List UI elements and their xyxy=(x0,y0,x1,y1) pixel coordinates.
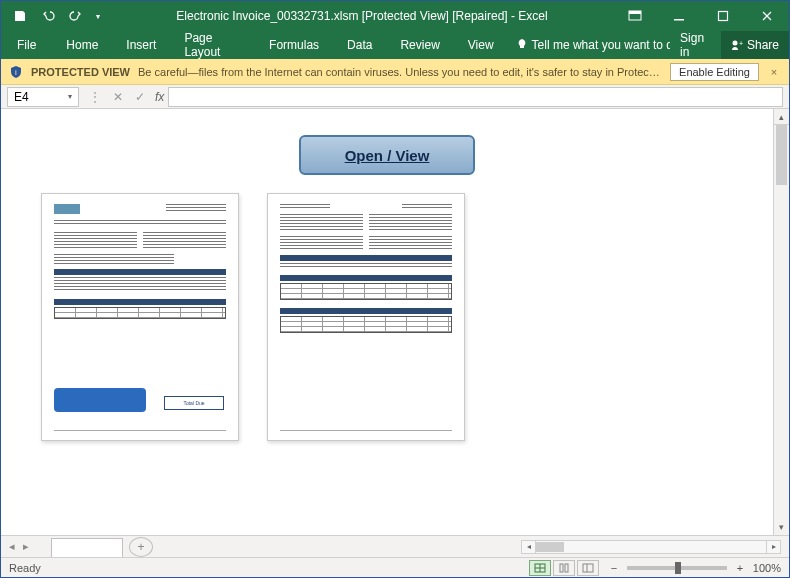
tab-page-layout[interactable]: Page Layout xyxy=(170,31,255,59)
share-icon: + xyxy=(731,39,743,51)
tab-file[interactable]: File xyxy=(1,31,52,59)
tab-data[interactable]: Data xyxy=(333,31,386,59)
enable-editing-button[interactable]: Enable Editing xyxy=(670,63,759,81)
undo-icon[interactable] xyxy=(35,3,61,29)
quick-access-toolbar: ▾ xyxy=(1,3,111,29)
invoice-logo-icon xyxy=(54,204,80,214)
document-preview-row: Total Due xyxy=(29,193,745,441)
cancel-formula-icon[interactable]: ✕ xyxy=(107,90,129,104)
svg-rect-10 xyxy=(560,564,563,572)
page-break-view-icon[interactable] xyxy=(577,560,599,576)
redo-icon[interactable] xyxy=(63,3,89,29)
name-box-value: E4 xyxy=(14,90,29,104)
formula-input[interactable] xyxy=(168,87,783,107)
zoom-slider[interactable] xyxy=(627,566,727,570)
tab-insert[interactable]: Insert xyxy=(112,31,170,59)
protected-view-bar: i PROTECTED VIEW Be careful—files from t… xyxy=(1,59,789,85)
tab-view[interactable]: View xyxy=(454,31,508,59)
tab-formulas[interactable]: Formulas xyxy=(255,31,333,59)
zoom-out-button[interactable]: − xyxy=(607,562,621,574)
zoom-in-button[interactable]: + xyxy=(733,562,747,574)
protected-view-message: Be careful—files from the Internet can c… xyxy=(138,66,662,78)
ribbon-tabs: File Home Insert Page Layout Formulas Da… xyxy=(1,31,789,59)
zoom-slider-thumb[interactable] xyxy=(675,562,681,574)
zoom-controls: − + 100% xyxy=(607,562,781,574)
invoice-callout-box xyxy=(54,388,146,412)
svg-rect-3 xyxy=(719,12,728,21)
status-ready: Ready xyxy=(9,562,41,574)
svg-rect-1 xyxy=(629,11,641,14)
status-bar: Ready − + 100% xyxy=(1,557,789,577)
fx-icon[interactable]: fx xyxy=(151,90,168,104)
svg-text:i: i xyxy=(15,68,17,77)
new-sheet-button[interactable]: + xyxy=(129,537,153,557)
save-icon[interactable] xyxy=(7,3,33,29)
close-icon[interactable] xyxy=(745,1,789,31)
svg-rect-12 xyxy=(583,564,593,572)
svg-text:+: + xyxy=(739,40,743,47)
name-box[interactable]: E4 ▾ xyxy=(7,87,79,107)
name-box-dropdown-icon[interactable]: ▾ xyxy=(68,92,72,101)
vertical-scroll-thumb[interactable] xyxy=(776,125,787,185)
worksheet-area[interactable]: ▴ ▾ Open / View Total Due xyxy=(1,109,789,535)
qat-dropdown-icon[interactable]: ▾ xyxy=(91,3,105,29)
tell-me-search[interactable]: Tell me what you want to do... xyxy=(508,31,670,59)
tab-review[interactable]: Review xyxy=(386,31,453,59)
scroll-up-icon[interactable]: ▴ xyxy=(773,109,789,125)
sheet-content: Open / View Total Due xyxy=(1,109,773,535)
window-title: Electronic Invoice_00332731.xlsm [Protec… xyxy=(111,9,613,23)
share-label: Share xyxy=(747,38,779,52)
zoom-percent[interactable]: 100% xyxy=(753,562,781,574)
close-protected-view-icon[interactable]: × xyxy=(767,66,781,78)
fx-separator: ⋮ xyxy=(83,90,107,104)
lightbulb-icon xyxy=(516,38,528,52)
share-button[interactable]: + Share xyxy=(721,31,789,59)
normal-view-icon[interactable] xyxy=(529,560,551,576)
scroll-down-icon[interactable]: ▾ xyxy=(774,519,789,535)
protected-view-title: PROTECTED VIEW xyxy=(31,66,130,78)
minimize-icon[interactable] xyxy=(657,1,701,31)
window-controls xyxy=(613,1,789,31)
invoice-preview-page-1[interactable]: Total Due xyxy=(41,193,239,441)
page-layout-view-icon[interactable] xyxy=(553,560,575,576)
maximize-icon[interactable] xyxy=(701,1,745,31)
vertical-scrollbar[interactable]: ▾ xyxy=(773,125,789,535)
sign-in-link[interactable]: Sign in xyxy=(670,31,721,59)
sheet-tab-nav[interactable]: ◂ ▸ xyxy=(1,540,51,553)
svg-rect-2 xyxy=(674,19,684,21)
svg-rect-11 xyxy=(565,564,568,572)
invoice-preview-page-2[interactable] xyxy=(267,193,465,441)
tab-nav-prev-icon[interactable]: ◂ xyxy=(9,540,15,553)
invoice-total-box: Total Due xyxy=(164,396,224,410)
open-view-button[interactable]: Open / View xyxy=(299,135,475,175)
view-switcher xyxy=(529,560,599,576)
ribbon-display-options-icon[interactable] xyxy=(613,1,657,31)
tab-home[interactable]: Home xyxy=(52,31,112,59)
formula-bar: E4 ▾ ⋮ ✕ ✓ fx xyxy=(1,85,789,109)
enter-formula-icon[interactable]: ✓ xyxy=(129,90,151,104)
sheet-tab[interactable] xyxy=(51,538,123,558)
shield-icon: i xyxy=(9,65,23,79)
tab-nav-next-icon[interactable]: ▸ xyxy=(23,540,29,553)
title-bar: ▾ Electronic Invoice_00332731.xlsm [Prot… xyxy=(1,1,789,31)
scroll-left-icon[interactable]: ◂ xyxy=(522,541,536,553)
tell-me-placeholder: Tell me what you want to do... xyxy=(532,38,670,52)
scroll-right-icon[interactable]: ▸ xyxy=(766,541,780,553)
horizontal-scrollbar[interactable]: ◂ ▸ xyxy=(521,540,781,554)
svg-point-4 xyxy=(732,41,737,46)
sheet-tab-strip: ◂ ▸ + ◂ ▸ xyxy=(1,535,789,557)
